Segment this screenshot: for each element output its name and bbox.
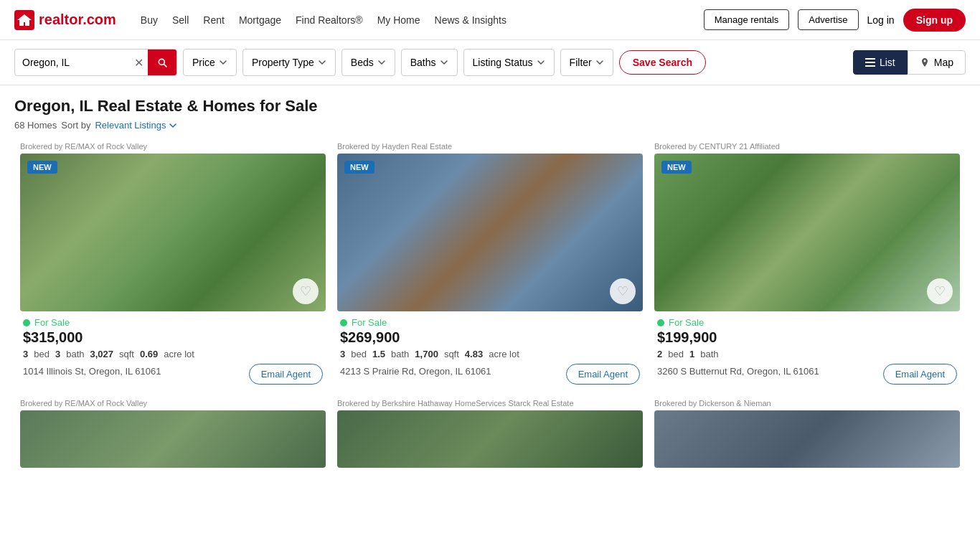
svg-rect-2 (865, 62, 875, 63)
nav-buy[interactable]: Buy (141, 14, 158, 26)
status-dot (657, 319, 664, 326)
beds-label: bed (351, 349, 367, 359)
bottom-listings-row: Brokered by RE/MAX of Rock Valley Broker… (0, 393, 980, 474)
listing-card: Brokered by Hayden Real Estate NEW ♡ For… (331, 136, 649, 393)
chevron-down-icon (440, 58, 448, 67)
logo-text: realtor.com (39, 11, 116, 28)
card-image: NEW ♡ (337, 154, 643, 311)
save-search-button[interactable]: Save Search (619, 50, 706, 75)
search-clear-button[interactable]: ✕ (130, 56, 148, 70)
baths-filter-label: Baths (410, 57, 436, 68)
baths-label: bath (66, 349, 84, 359)
card-footer: 4213 S Prairie Rd, Oregon, IL 61061 Emai… (340, 364, 640, 385)
nav-news-insights[interactable]: News & Insights (435, 14, 507, 26)
chevron-down-icon (169, 121, 177, 130)
sort-bar: 68 Homes Sort by Relevant Listings (14, 120, 966, 131)
chevron-down-icon (595, 58, 604, 67)
nav-sell[interactable]: Sell (172, 14, 189, 26)
baths-value: 1 (689, 349, 694, 359)
email-agent-button[interactable]: Email Agent (566, 364, 640, 385)
view-toggle: List Map (853, 50, 966, 75)
lot-label: acre lot (164, 349, 194, 359)
property-type-filter-button[interactable]: Property Type (242, 49, 336, 76)
nav-find-realtors[interactable]: Find Realtors® (296, 14, 363, 26)
search-submit-button[interactable] (148, 49, 176, 76)
beds-filter-button[interactable]: Beds (341, 49, 395, 76)
sqft-label: sqft (444, 349, 459, 359)
beds-label: bed (668, 349, 684, 359)
sqft-label: sqft (119, 349, 134, 359)
nav-mortgage[interactable]: Mortgage (239, 14, 281, 26)
listing-status-filter-button[interactable]: Listing Status (463, 49, 555, 76)
lot-value: 4.83 (465, 349, 483, 359)
listing-card: Brokered by RE/MAX of Rock Valley NEW ♡ … (14, 136, 331, 393)
listing-status-filter-label: Listing Status (473, 57, 533, 68)
map-view-label: Map (934, 57, 953, 68)
nav-right: Manage rentals Advertise Log in Sign up (704, 9, 966, 32)
listing-specs: 3 bed 3 bath 3,027 sqft 0.69 acre lot (23, 349, 323, 359)
homes-count: 68 Homes (14, 120, 57, 131)
listing-card: Brokered by CENTURY 21 Affiliated NEW ♡ … (649, 136, 966, 393)
listing-price: $315,000 (23, 329, 323, 346)
baths-value: 3 (55, 349, 60, 359)
card-image (337, 410, 643, 468)
filter-button[interactable]: Filter (560, 49, 613, 76)
baths-label: bath (391, 349, 409, 359)
top-navigation: realtor.com Buy Sell Rent Mortgage Find … (0, 0, 980, 40)
listing-address: 3260 S Butternut Rd, Oregon, IL 61061 (657, 366, 819, 377)
bottom-listing-card: Brokered by Berkshire Hathaway HomeServi… (331, 393, 649, 474)
status-line: For Sale (340, 317, 640, 328)
sort-prefix: Sort by (61, 120, 90, 131)
page-title: Oregon, IL Real Estate & Homes for Sale (14, 97, 966, 116)
svg-rect-3 (865, 65, 875, 67)
broker-label: Brokered by CENTURY 21 Affiliated (654, 142, 960, 151)
listing-address: 1014 Illinois St, Oregon, IL 61061 (23, 366, 161, 377)
broker-label: Brokered by Dickerson & Nieman (654, 399, 960, 408)
bottom-listing-card: Brokered by Dickerson & Nieman (649, 393, 966, 474)
property-type-filter-label: Property Type (252, 57, 314, 68)
site-logo[interactable]: realtor.com (14, 10, 116, 30)
nav-rent[interactable]: Rent (203, 14, 225, 26)
search-icon (156, 57, 168, 68)
status-text: For Sale (669, 317, 704, 328)
baths-filter-button[interactable]: Baths (401, 49, 458, 76)
email-agent-button[interactable]: Email Agent (883, 364, 957, 385)
page-header: Oregon, IL Real Estate & Homes for Sale … (0, 85, 980, 136)
manage-rentals-button[interactable]: Manage rentals (704, 9, 790, 30)
beds-value: 3 (340, 349, 345, 359)
price-filter-label: Price (192, 57, 215, 68)
email-agent-button[interactable]: Email Agent (249, 364, 323, 385)
advertise-button[interactable]: Advertise (798, 9, 858, 30)
new-badge: NEW (27, 161, 57, 174)
listing-address: 4213 S Prairie Rd, Oregon, IL 61061 (340, 366, 491, 377)
favorite-button[interactable]: ♡ (293, 278, 319, 304)
signup-button[interactable]: Sign up (903, 9, 966, 32)
status-dot (23, 319, 30, 326)
search-input[interactable] (15, 57, 130, 68)
chevron-down-icon (537, 58, 545, 67)
listing-price: $269,900 (340, 329, 640, 346)
chevron-down-icon (318, 58, 326, 67)
search-bar: ✕ Price Property Type Beds Baths Listing… (0, 40, 980, 85)
card-footer: 1014 Illinois St, Oregon, IL 61061 Email… (23, 364, 323, 385)
nav-my-home[interactable]: My Home (377, 14, 420, 26)
card-image (654, 410, 960, 468)
price-filter-button[interactable]: Price (183, 49, 237, 76)
sort-dropdown[interactable]: Relevant Listings (95, 120, 177, 131)
baths-value: 1.5 (372, 349, 385, 359)
search-input-wrap: ✕ (14, 49, 177, 76)
lot-value: 0.69 (140, 349, 158, 359)
favorite-button[interactable]: ♡ (610, 278, 636, 304)
listings-grid: Brokered by RE/MAX of Rock Valley NEW ♡ … (0, 136, 980, 393)
favorite-button[interactable]: ♡ (927, 278, 953, 304)
lot-label: acre lot (489, 349, 519, 359)
nav-links: Buy Sell Rent Mortgage Find Realtors® My… (141, 14, 687, 26)
listing-specs: 3 bed 1.5 bath 1,700 sqft 4.83 acre lot (340, 349, 640, 359)
new-badge: NEW (344, 161, 374, 174)
login-button[interactable]: Log in (867, 14, 895, 26)
chevron-down-icon (219, 58, 227, 67)
list-view-button[interactable]: List (853, 50, 908, 75)
map-view-button[interactable]: Map (908, 50, 966, 75)
card-info: For Sale $315,000 3 bed 3 bath 3,027 sqf… (20, 311, 326, 387)
list-view-label: List (880, 57, 895, 68)
